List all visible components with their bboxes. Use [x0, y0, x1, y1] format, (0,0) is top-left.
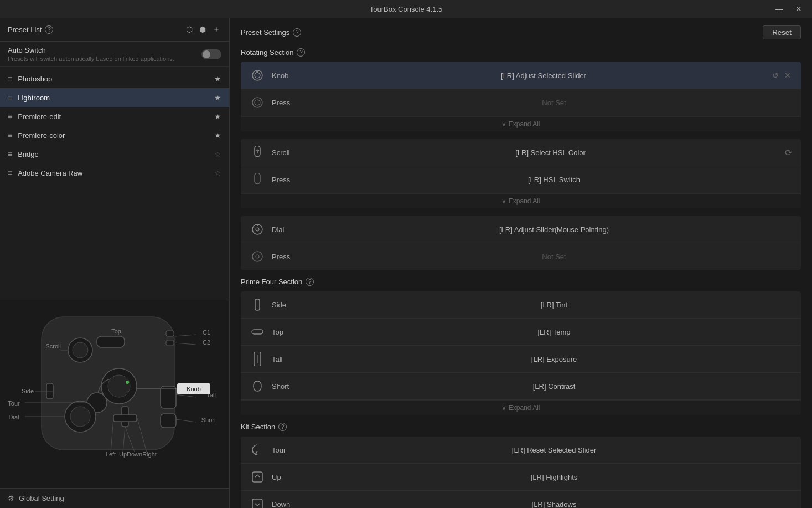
- kit-section-title: Kit Section: [241, 423, 275, 431]
- global-setting[interactable]: ⚙ Global Setting: [0, 488, 229, 508]
- tour-row[interactable]: Tour [LR] Reset Selected Slider: [241, 437, 801, 464]
- menu-icon: ≡: [8, 131, 12, 140]
- knob-expand-all[interactable]: ∨ Expand All: [241, 116, 801, 131]
- tour-label: Tour: [272, 446, 316, 454]
- add-preset-button[interactable]: ＋: [211, 23, 221, 35]
- svg-line-40: [176, 394, 196, 397]
- scroll-row[interactable]: Scroll [LR] Select HSL Color ⟳: [241, 139, 801, 166]
- expand-chevron: ∨: [501, 197, 506, 205]
- dial-press-icon: [250, 249, 265, 264]
- right-panel: Preset Settings ? Reset Rotating Section…: [230, 18, 812, 508]
- svg-text:Knob: Knob: [187, 386, 201, 392]
- knob-press-label: Press: [272, 99, 316, 107]
- preset-item-premiere-color[interactable]: ≡ Premiere-color ★: [0, 126, 229, 145]
- global-setting-label: Global Setting: [19, 494, 64, 502]
- svg-line-66: [255, 475, 257, 477]
- prime-four-title: Prime Four Section: [241, 278, 302, 286]
- svg-text:Top: Top: [111, 328, 121, 335]
- svg-line-69: [255, 504, 257, 506]
- dial-value: [LR] Adjust Slider(Mouse Pointing): [316, 225, 792, 234]
- svg-rect-68: [252, 499, 262, 508]
- side-icon: [250, 297, 265, 312]
- preset-item-premiere-edit[interactable]: ≡ Premiere-edit ★: [0, 107, 229, 126]
- preset-list-help-icon[interactable]: ?: [45, 25, 53, 34]
- preset-name: Adobe Camera Raw: [18, 169, 214, 177]
- minimize-button[interactable]: —: [772, 3, 787, 14]
- short-row[interactable]: Short [LR] Contrast: [241, 373, 801, 400]
- preset-item-lightroom[interactable]: ≡ Lightroom ★: [0, 88, 229, 107]
- preset-list: ≡ Photoshop ★ ≡ Lightroom ★ ≡ Premiere-e…: [0, 67, 229, 300]
- scroll-press-label: Press: [272, 176, 316, 184]
- svg-text:Scroll: Scroll: [45, 343, 61, 350]
- star-icon[interactable]: ★: [214, 74, 221, 83]
- svg-point-59: [252, 252, 262, 261]
- rotating-section-help[interactable]: ?: [297, 48, 305, 57]
- import-button[interactable]: ⬢: [198, 24, 207, 35]
- knob-press-value: Not Set: [316, 99, 792, 107]
- auto-switch-toggle[interactable]: [201, 49, 221, 59]
- top-row[interactable]: Top [LR] Temp: [241, 319, 801, 346]
- dial-press-row[interactable]: Press Not Set: [241, 243, 801, 270]
- up-row[interactable]: Up [LR] Highlights: [241, 464, 801, 491]
- dial-row[interactable]: Dial [LR] Adjust Slider(Mouse Pointing): [241, 216, 801, 243]
- knob-reset-btn[interactable]: ↺: [771, 70, 780, 81]
- export-button[interactable]: ⬡: [185, 24, 194, 35]
- close-button[interactable]: ✕: [792, 3, 805, 14]
- svg-text:Right: Right: [142, 451, 157, 458]
- knob-actions: ↺ ✕: [771, 70, 792, 81]
- star-icon[interactable]: ★: [214, 112, 221, 121]
- prime-four-expand-all[interactable]: ∨ Expand All: [241, 400, 801, 415]
- svg-point-57: [256, 228, 259, 231]
- left-panel: Preset List ? ⬡ ⬢ ＋ Auto Switch Presets …: [0, 18, 230, 508]
- scroll-press-row[interactable]: Press [LR] HSL Switch: [241, 166, 801, 193]
- svg-text:Short: Short: [201, 417, 216, 423]
- knob-row[interactable]: Knob [LR] Adjust Selected Slider ↺ ✕: [241, 62, 801, 89]
- svg-point-49: [252, 98, 262, 107]
- knob-press-row[interactable]: Press Not Set: [241, 89, 801, 116]
- down-row[interactable]: Down [LR] Shadows: [241, 491, 801, 508]
- auto-switch-label: Auto Switch: [8, 46, 174, 54]
- star-icon[interactable]: ★: [214, 93, 221, 102]
- preset-item-acr[interactable]: ≡ Adobe Camera Raw ☆: [0, 163, 229, 182]
- prime-four-help[interactable]: ?: [306, 278, 314, 286]
- auto-switch-desc: Presets will switch automatically based …: [8, 55, 174, 62]
- preset-name: Premiere-edit: [18, 112, 214, 121]
- scroll-expand-all[interactable]: ∨ Expand All: [241, 193, 801, 208]
- knob-close-btn[interactable]: ✕: [783, 70, 792, 81]
- preset-settings-title: Preset Settings ?: [241, 28, 301, 37]
- svg-text:Side: Side: [22, 388, 34, 394]
- scroll-label: Scroll: [272, 148, 316, 157]
- star-icon[interactable]: ☆: [214, 150, 221, 158]
- preset-item-photoshop[interactable]: ≡ Photoshop ★: [0, 69, 229, 88]
- svg-text:C2: C2: [203, 339, 210, 346]
- scroll-icon: [250, 145, 265, 160]
- section-rotating-header: Rotating Section ?: [241, 48, 801, 57]
- kit-section-help[interactable]: ?: [278, 423, 287, 431]
- tall-row[interactable]: Tall [LR] Exposure: [241, 346, 801, 373]
- device-diagram: tb: [0, 300, 229, 472]
- preset-list-header: Preset List ? ⬡ ⬢ ＋: [0, 18, 229, 42]
- star-icon[interactable]: ☆: [214, 168, 221, 177]
- short-value: [LR] Contrast: [316, 382, 792, 391]
- app-title: TourBox Console 4.1.5: [370, 5, 443, 13]
- preset-settings-help-icon[interactable]: ?: [293, 28, 301, 37]
- short-icon: [250, 378, 265, 394]
- preset-name: Photoshop: [18, 75, 214, 83]
- scroll-press-icon: [250, 172, 265, 187]
- svg-line-70: [257, 504, 260, 506]
- reset-button[interactable]: Reset: [763, 25, 801, 39]
- scroll-actions: ⟳: [785, 147, 792, 158]
- side-row[interactable]: Side [LR] Tint: [241, 291, 801, 319]
- up-value: [LR] Highlights: [316, 473, 792, 481]
- preset-item-bridge[interactable]: ≡ Bridge ☆: [0, 145, 229, 163]
- side-label: Side: [272, 301, 316, 309]
- svg-text:Tour: Tour: [8, 400, 20, 407]
- window-controls: — ✕: [772, 3, 805, 14]
- star-icon[interactable]: ★: [214, 131, 221, 140]
- svg-point-13: [70, 407, 90, 427]
- scroll-value: [LR] Select HSL Color: [316, 148, 785, 157]
- svg-line-67: [257, 475, 260, 477]
- svg-rect-7: [46, 383, 53, 399]
- scroll-spinner: ⟳: [785, 147, 792, 158]
- menu-icon: ≡: [8, 150, 12, 158]
